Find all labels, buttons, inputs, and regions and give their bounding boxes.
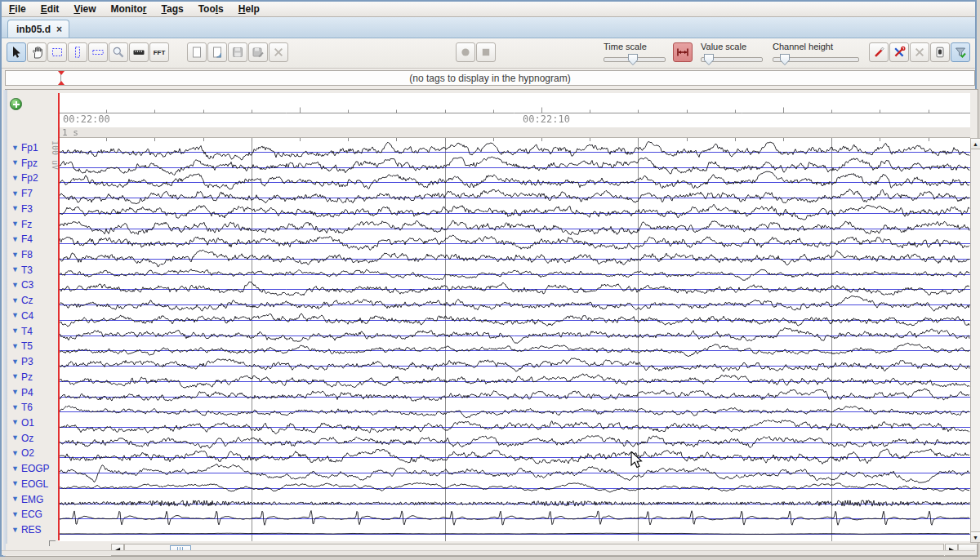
toolbar-group-mode-tools: FFT	[7, 42, 169, 62]
channel-row-eogp[interactable]: ▼EOGP	[6, 461, 57, 477]
time-scale-slider[interactable]: Time scale	[604, 42, 666, 62]
channel-expander-icon[interactable]: ▼	[11, 389, 19, 396]
menu-item-tags[interactable]: Tags	[154, 2, 191, 16]
pan-tool-button[interactable]	[27, 42, 47, 62]
channel-row-f3[interactable]: ▼F3	[6, 201, 57, 216]
stop-button[interactable]	[476, 42, 496, 62]
select-time-range-tool-button[interactable]	[68, 42, 87, 62]
page-browse-button[interactable]	[207, 42, 227, 62]
channel-height-slider[interactable]: Channel height	[773, 42, 859, 62]
channel-row-fpz[interactable]: ▼Fpz	[6, 155, 57, 171]
channel-expander-icon[interactable]: ▼	[11, 312, 19, 319]
fit-width-toggle[interactable]	[673, 42, 693, 62]
channel-row-p3[interactable]: ▼P3	[6, 354, 57, 370]
scroll-down-button[interactable]: ▼	[971, 531, 980, 542]
value-scale-slider-thumb[interactable]	[704, 54, 714, 65]
save-as-button[interactable]	[248, 42, 268, 62]
channel-expander-icon[interactable]: ▼	[11, 404, 19, 411]
channel-row-eogl[interactable]: ▼EOGL	[6, 476, 57, 491]
channel-expander-icon[interactable]: ▼	[11, 434, 19, 442]
channel-row-t3[interactable]: ▼T3	[6, 262, 57, 278]
channel-expander-icon[interactable]: ▼	[11, 220, 19, 228]
vertical-scrollbar[interactable]: ▲ ▼	[970, 138, 980, 543]
channel-expander-icon[interactable]: ▼	[11, 190, 19, 198]
channel-expander-icon[interactable]: ▼	[11, 236, 19, 243]
channel-expander-icon[interactable]: ▼	[11, 373, 19, 380]
menu-item-file[interactable]: File	[2, 2, 33, 16]
channel-expander-icon[interactable]: ▼	[11, 175, 19, 182]
new-page-button[interactable]	[187, 42, 207, 62]
channel-expander-icon[interactable]: ▼	[11, 343, 19, 350]
channel-row-t5[interactable]: ▼T5	[6, 339, 57, 354]
record-button[interactable]	[456, 42, 475, 62]
channel-expander-icon[interactable]: ▼	[11, 205, 19, 212]
channel-expander-icon[interactable]: ▼	[11, 297, 19, 304]
channel-expander-icon[interactable]: ▼	[11, 266, 19, 273]
channel-expander-icon[interactable]: ▼	[11, 496, 19, 503]
channel-row-fp1[interactable]: ▼Fp1	[6, 140, 57, 156]
channel-expander-icon[interactable]: ▼	[11, 358, 19, 366]
measure-tool-button[interactable]	[129, 42, 149, 62]
value-scale-slider-track[interactable]	[701, 57, 763, 62]
channel-row-fp2[interactable]: ▼Fp2	[6, 171, 57, 186]
select-region-tool-button[interactable]	[47, 42, 67, 62]
channel-row-o1[interactable]: ▼O1	[6, 415, 57, 430]
channel-row-t4[interactable]: ▼T4	[6, 323, 57, 339]
channel-expander-icon[interactable]: ▼	[11, 450, 19, 457]
channel-expander-icon[interactable]: ▼	[11, 327, 19, 335]
filter-toggle-button[interactable]	[951, 42, 970, 62]
tab-close-icon[interactable]: ×	[56, 25, 62, 33]
select-channel-range-tool-button[interactable]	[88, 42, 108, 62]
zoom-tool-button[interactable]	[109, 42, 128, 62]
channel-expander-icon[interactable]: ▼	[11, 480, 19, 487]
toolbar-group-right-tools	[869, 42, 970, 62]
fft-tool-button[interactable]: FFT	[149, 42, 169, 62]
tab-inb05[interactable]: inb05.d ×	[7, 20, 69, 38]
channel-row-o2[interactable]: ▼O2	[6, 446, 57, 461]
signal-canvas[interactable]	[58, 138, 970, 541]
pointer-tool-button[interactable]	[7, 42, 26, 62]
channel-row-ecg[interactable]: ▼ECG	[6, 507, 57, 522]
channel-row-c4[interactable]: ▼C4	[6, 308, 57, 323]
channel-row-p4[interactable]: ▼P4	[6, 384, 57, 400]
document-info-button[interactable]	[930, 42, 950, 62]
channel-expander-icon[interactable]: ▼	[11, 144, 19, 152]
channel-row-c3[interactable]: ▼C3	[6, 278, 57, 293]
channel-row-f7[interactable]: ▼F7	[6, 186, 57, 202]
channel-label: O1	[21, 417, 34, 429]
channel-row-pz[interactable]: ▼Pz	[6, 369, 57, 384]
delete-button[interactable]	[269, 42, 288, 62]
preferences-button[interactable]	[889, 42, 909, 62]
edit-montage-button[interactable]	[869, 42, 889, 62]
menu-item-edit[interactable]: Edit	[33, 2, 67, 16]
menu-item-tools[interactable]: Tools	[191, 2, 231, 16]
channel-row-t6[interactable]: ▼T6	[6, 400, 57, 416]
channel-expander-icon[interactable]: ▼	[11, 159, 19, 167]
menu-item-help[interactable]: Help	[231, 2, 267, 16]
channel-height-slider-track[interactable]	[773, 57, 859, 62]
channel-height-slider-thumb[interactable]	[780, 54, 790, 65]
channel-row-res[interactable]: ▼RES	[6, 522, 57, 538]
channel-expander-icon[interactable]: ▼	[11, 511, 19, 518]
hypnogram-position-marker[interactable]	[57, 71, 65, 85]
remove-button[interactable]	[910, 42, 929, 62]
channel-expander-icon[interactable]: ▼	[11, 465, 19, 473]
channel-expander-icon[interactable]: ▼	[11, 419, 19, 426]
time-scale-slider-track[interactable]	[604, 57, 666, 62]
save-button[interactable]	[228, 42, 247, 62]
menu-item-view[interactable]: View	[66, 2, 103, 16]
channel-expander-icon[interactable]: ▼	[11, 527, 19, 534]
channel-expander-icon[interactable]: ▼	[11, 251, 19, 259]
scroll-up-button[interactable]: ▲	[971, 139, 980, 149]
value-scale-slider[interactable]: Value scale	[701, 42, 763, 62]
channel-row-emg[interactable]: ▼EMG	[6, 491, 57, 507]
channel-row-fz[interactable]: ▼Fz	[6, 216, 57, 232]
menu-item-monitor[interactable]: Monitor	[104, 2, 154, 16]
channel-row-f4[interactable]: ▼F4	[6, 232, 57, 247]
channel-expander-icon[interactable]: ▼	[11, 282, 19, 289]
channel-row-f8[interactable]: ▼F8	[6, 247, 57, 263]
channel-row-oz[interactable]: ▼Oz	[6, 430, 57, 446]
add-channel-button[interactable]	[10, 98, 22, 110]
time-scale-slider-thumb[interactable]	[628, 54, 638, 65]
channel-row-cz[interactable]: ▼Cz	[6, 293, 57, 309]
